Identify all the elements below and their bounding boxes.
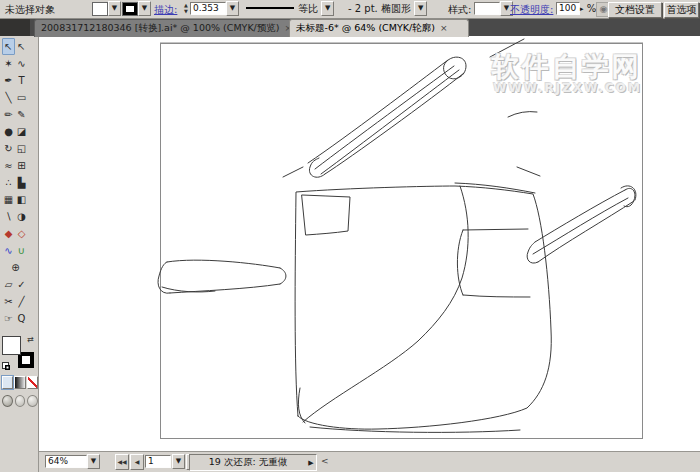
preferences-button[interactable]: 首选项 bbox=[664, 2, 699, 18]
live-trace-tool[interactable]: ∿ bbox=[2, 242, 15, 259]
stroke-swatch[interactable] bbox=[122, 2, 138, 16]
artboard-tool[interactable]: ⊕ bbox=[9, 259, 22, 276]
screen-mode-normal-button[interactable] bbox=[2, 395, 13, 407]
symbol-sprayer-tool[interactable]: ∴ bbox=[2, 174, 15, 191]
brush-definition-combo[interactable]: - 2 pt. 椭圆形 ▼ bbox=[348, 2, 427, 15]
chevron-down-icon[interactable]: ▼ bbox=[226, 1, 239, 16]
tab-document-2[interactable]: 未标题-6* @ 64% (CMYK/轮廓)× bbox=[289, 19, 469, 37]
previous-artboard-icon[interactable]: ◀ bbox=[130, 454, 144, 470]
magic-wand-tool[interactable]: ✶ bbox=[2, 55, 15, 72]
tab-document-1[interactable]: 200831712180346 [转换].ai* @ 100% (CMYK/预览… bbox=[34, 19, 298, 37]
side-panel-bottom bbox=[463, 295, 530, 297]
paintbrush-tool[interactable]: ✏ bbox=[2, 106, 15, 123]
spiral-tool[interactable]: ∪ bbox=[15, 242, 28, 259]
live-paint-selection-tool[interactable]: ◇ bbox=[15, 225, 28, 242]
chevron-down-icon[interactable]: ▼ bbox=[138, 1, 151, 16]
opacity-combo[interactable]: 100▸ % bbox=[556, 2, 596, 15]
status-display[interactable]: 19 次还原: 无重做 ▶ bbox=[189, 454, 317, 471]
dash-icon: - bbox=[348, 3, 352, 14]
slice-selection-tool[interactable]: ✓ bbox=[15, 276, 28, 293]
fill-color-combo[interactable]: ▼ bbox=[92, 2, 121, 15]
style-label: 样式: bbox=[448, 3, 471, 17]
rectangle-tool[interactable]: ▭ bbox=[15, 89, 28, 106]
scissors-tool[interactable]: ✂ bbox=[2, 293, 15, 310]
screen-mode-menu-button[interactable] bbox=[15, 395, 26, 407]
toolbox: ↖↖✶∿✒T╲▭✏✎●◪↻◱≈⊞∴▙▦◧∖◑◆◇∿∪⊕▱✓✂╱☞Q ⇄ bbox=[0, 36, 39, 472]
zoom-tool[interactable]: Q bbox=[15, 310, 28, 327]
pen-tool[interactable]: ✒ bbox=[2, 72, 15, 89]
stepper-icon[interactable]: ▸ bbox=[580, 5, 584, 13]
color-button[interactable] bbox=[2, 376, 13, 389]
gradient-tool[interactable]: ◧ bbox=[15, 191, 28, 208]
chevron-down-icon[interactable]: ▼ bbox=[321, 1, 334, 16]
column-graph-tool[interactable]: ▙ bbox=[15, 174, 28, 191]
front-seam-curve bbox=[303, 186, 468, 422]
chevron-down-icon[interactable]: ▼ bbox=[108, 1, 121, 16]
warp-tool[interactable]: ≈ bbox=[2, 157, 15, 174]
none-button[interactable] bbox=[27, 376, 38, 389]
slice-tool[interactable]: ▱ bbox=[2, 276, 15, 293]
tab-label: 200831712180346 [转换].ai* @ 100% (CMYK/预览… bbox=[41, 22, 280, 33]
selection-tool[interactable]: ↖ bbox=[2, 38, 15, 55]
tab-bar-corner bbox=[0, 18, 30, 36]
zoom-level-value[interactable]: 64% bbox=[45, 455, 87, 468]
opacity-link[interactable]: 不透明度: bbox=[510, 3, 553, 17]
first-artboard-icon[interactable]: ◀◀ bbox=[115, 454, 129, 470]
hand-tool[interactable]: ☞ bbox=[2, 310, 15, 327]
chevron-down-icon[interactable]: ▼ bbox=[414, 1, 427, 16]
live-paint-bucket-tool[interactable]: ◆ bbox=[2, 225, 15, 242]
default-fill-stroke-icon[interactable] bbox=[2, 362, 11, 370]
free-transform-tool[interactable]: ⊞ bbox=[15, 157, 28, 174]
stray-line bbox=[283, 167, 303, 177]
document-tab-bar: 200831712180346 [转换].ai* @ 100% (CMYK/预览… bbox=[0, 18, 700, 36]
tab-label: 未标题-6* @ 64% (CMYK/轮廓) bbox=[296, 22, 435, 33]
canvas[interactable]: 软件自学网 WWW.RJZXW.COM bbox=[38, 36, 700, 452]
lasso-tool[interactable]: ∿ bbox=[15, 55, 28, 72]
screen-mode-full-button[interactable] bbox=[27, 395, 38, 407]
line-segment-tool[interactable]: ╲ bbox=[2, 89, 15, 106]
close-icon[interactable]: × bbox=[440, 20, 448, 36]
type-tool[interactable]: T bbox=[15, 72, 28, 89]
lid-handle-bottom-edge bbox=[325, 73, 464, 174]
direct-selection-tool[interactable]: ↖ bbox=[15, 38, 28, 55]
status-menu-icon[interactable]: ▶ bbox=[306, 459, 316, 467]
knife-tool[interactable]: ╱ bbox=[15, 293, 28, 310]
document-setup-button[interactable]: 文档设置 bbox=[608, 2, 662, 18]
fill-indicator[interactable] bbox=[2, 336, 21, 355]
style-value[interactable] bbox=[474, 2, 500, 15]
pot-top-overdraw bbox=[455, 183, 535, 193]
screen-mode-buttons bbox=[2, 395, 38, 407]
blob-brush-tool[interactable]: ● bbox=[2, 123, 15, 140]
spinner-icon[interactable]: ▲▼ bbox=[182, 2, 190, 15]
profile-label: 等比 bbox=[298, 2, 318, 16]
mesh-tool[interactable]: ▦ bbox=[2, 191, 15, 208]
fill-stroke-widget: ⇄ bbox=[2, 336, 34, 370]
style-combo[interactable]: ▼ bbox=[474, 2, 513, 15]
stroke-color-combo[interactable]: ▼ bbox=[122, 2, 151, 15]
steam-dash-1 bbox=[508, 112, 537, 117]
toolbox-grid: ↖↖✶∿✒T╲▭✏✎●◪↻◱≈⊞∴▙▦◧∖◑◆◇∿∪⊕▱✓✂╱☞Q bbox=[2, 38, 29, 327]
eraser-tool[interactable]: ◪ bbox=[15, 123, 28, 140]
blend-tool[interactable]: ◑ bbox=[15, 208, 28, 225]
pencil-tool[interactable]: ✎ bbox=[15, 106, 28, 123]
rotate-tool[interactable]: ↻ bbox=[2, 140, 15, 157]
stroke-weight-combo[interactable]: ▲▼0.353▼ bbox=[182, 2, 239, 15]
gradient-button[interactable] bbox=[14, 376, 25, 389]
left-handle-top-edge bbox=[167, 260, 280, 268]
fill-swatch[interactable] bbox=[92, 2, 108, 16]
undo-status-text: 19 次还原: 无重做 bbox=[190, 456, 306, 469]
stroke-link[interactable]: 描边: bbox=[154, 3, 177, 17]
control-bar: 未选择对象 ▼ ▼ 描边: ▲▼0.353▼ 等比 ▼ - 2 pt. 椭圆形 … bbox=[0, 0, 700, 19]
chevron-down-icon[interactable]: ▼ bbox=[172, 454, 185, 469]
left-handle-right-cap bbox=[280, 268, 286, 284]
swap-fill-stroke-icon[interactable]: ⇄ bbox=[27, 336, 34, 344]
stroke-weight-value[interactable]: 0.353 bbox=[190, 2, 226, 15]
opacity-value[interactable]: 100 bbox=[556, 2, 580, 15]
chevron-down-icon[interactable]: ▼ bbox=[87, 454, 100, 469]
eyedropper-tool[interactable]: ∖ bbox=[2, 208, 15, 225]
resize-grip-icon: < bbox=[321, 456, 329, 471]
artboard-number[interactable]: 1 bbox=[145, 455, 171, 468]
width-profile-combo[interactable]: 等比 ▼ bbox=[244, 2, 334, 15]
scale-tool[interactable]: ◱ bbox=[15, 140, 28, 157]
zoom-level-combo[interactable]: 64%▼ bbox=[45, 454, 107, 469]
